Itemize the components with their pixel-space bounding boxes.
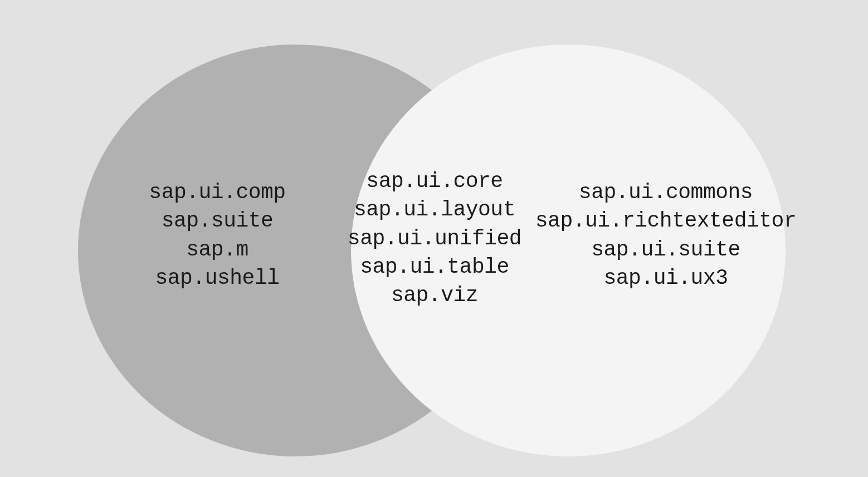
venn-right-item: sap.ui.commons	[579, 178, 753, 206]
venn-center-item: sap.ui.unified	[348, 224, 521, 253]
venn-right-group: sap.ui.commons sap.ui.richtexteditor sap…	[540, 178, 791, 292]
venn-center-group: sap.ui.core sap.ui.layout sap.ui.unified…	[329, 167, 540, 309]
venn-left-item: sap.suite	[162, 206, 274, 235]
venn-center-item: sap.ui.table	[360, 253, 509, 281]
venn-left-item: sap.ushell	[155, 264, 279, 292]
venn-center-item: sap.ui.layout	[354, 195, 515, 224]
venn-diagram: sap.ui.comp sap.suite sap.m sap.ushell s…	[0, 0, 868, 477]
venn-center-item: sap.ui.core	[366, 167, 503, 195]
venn-left-item: sap.ui.comp	[149, 178, 285, 206]
venn-left-group: sap.ui.comp sap.suite sap.m sap.ushell	[111, 178, 323, 292]
venn-center-item: sap.viz	[391, 281, 478, 309]
venn-right-item: sap.ui.ux3	[603, 264, 728, 292]
venn-left-item: sap.m	[186, 235, 248, 264]
venn-right-item: sap.ui.richtexteditor	[535, 206, 796, 235]
venn-right-item: sap.ui.suite	[591, 235, 740, 264]
